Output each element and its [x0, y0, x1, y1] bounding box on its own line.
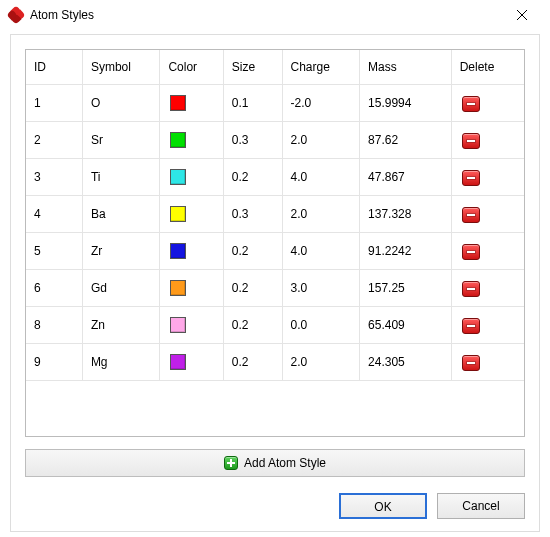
cell-size[interactable]: 0.2 [223, 158, 282, 195]
cell-color[interactable] [160, 195, 223, 232]
cell-id[interactable]: 3 [26, 158, 82, 195]
cell-symbol[interactable]: Sr [82, 121, 160, 158]
table-row[interactable]: 8Zn0.20.065.409 [26, 306, 524, 343]
cell-size[interactable]: 0.2 [223, 232, 282, 269]
cell-delete[interactable] [451, 158, 524, 195]
cell-mass[interactable]: 91.2242 [360, 232, 452, 269]
delete-row-button[interactable] [462, 96, 480, 112]
cell-mass[interactable]: 137.328 [360, 195, 452, 232]
atom-style-table: ID Symbol Color Size Charge Mass Delete … [26, 50, 524, 430]
cell-charge[interactable]: 2.0 [282, 343, 360, 380]
cell-id[interactable]: 6 [26, 269, 82, 306]
cell-id[interactable]: 8 [26, 306, 82, 343]
color-swatch[interactable] [170, 243, 186, 259]
atom-style-table-container: ID Symbol Color Size Charge Mass Delete … [25, 49, 525, 437]
cell-symbol[interactable]: Mg [82, 343, 160, 380]
dialog-frame: ID Symbol Color Size Charge Mass Delete … [10, 34, 540, 532]
color-swatch[interactable] [170, 132, 186, 148]
table-header-row: ID Symbol Color Size Charge Mass Delete [26, 50, 524, 84]
cell-mass[interactable]: 87.62 [360, 121, 452, 158]
cell-size[interactable]: 0.3 [223, 121, 282, 158]
cell-charge[interactable]: 2.0 [282, 121, 360, 158]
cell-id[interactable]: 2 [26, 121, 82, 158]
cell-delete[interactable] [451, 343, 524, 380]
table-blank-row [26, 380, 524, 430]
delete-row-button[interactable] [462, 170, 480, 186]
color-swatch[interactable] [170, 354, 186, 370]
cell-size[interactable]: 0.2 [223, 269, 282, 306]
cell-symbol[interactable]: Zn [82, 306, 160, 343]
cell-charge[interactable]: 2.0 [282, 195, 360, 232]
cell-color[interactable] [160, 269, 223, 306]
cell-color[interactable] [160, 121, 223, 158]
delete-row-button[interactable] [462, 244, 480, 260]
cell-size[interactable]: 0.1 [223, 84, 282, 121]
header-color[interactable]: Color [160, 50, 223, 84]
table-row[interactable]: 2Sr0.32.087.62 [26, 121, 524, 158]
cell-size[interactable]: 0.2 [223, 343, 282, 380]
header-delete[interactable]: Delete [451, 50, 524, 84]
cell-id[interactable]: 1 [26, 84, 82, 121]
table-row[interactable]: 1O0.1-2.015.9994 [26, 84, 524, 121]
cell-charge[interactable]: 4.0 [282, 232, 360, 269]
close-button[interactable] [502, 1, 542, 29]
cell-size[interactable]: 0.3 [223, 195, 282, 232]
plus-icon [224, 456, 238, 470]
cell-mass[interactable]: 65.409 [360, 306, 452, 343]
cell-delete[interactable] [451, 306, 524, 343]
cell-delete[interactable] [451, 269, 524, 306]
header-charge[interactable]: Charge [282, 50, 360, 84]
color-swatch[interactable] [170, 206, 186, 222]
table-row[interactable]: 4Ba0.32.0137.328 [26, 195, 524, 232]
cell-color[interactable] [160, 343, 223, 380]
delete-row-button[interactable] [462, 281, 480, 297]
color-swatch[interactable] [170, 169, 186, 185]
cell-color[interactable] [160, 158, 223, 195]
delete-row-button[interactable] [462, 355, 480, 371]
cell-charge[interactable]: 4.0 [282, 158, 360, 195]
cell-symbol[interactable]: Zr [82, 232, 160, 269]
header-id[interactable]: ID [26, 50, 82, 84]
table-row[interactable]: 5Zr0.24.091.2242 [26, 232, 524, 269]
cell-color[interactable] [160, 84, 223, 121]
table-row[interactable]: 9Mg0.22.024.305 [26, 343, 524, 380]
cell-id[interactable]: 4 [26, 195, 82, 232]
cell-delete[interactable] [451, 84, 524, 121]
cell-delete[interactable] [451, 232, 524, 269]
cell-delete[interactable] [451, 121, 524, 158]
cell-symbol[interactable]: Ti [82, 158, 160, 195]
cell-color[interactable] [160, 306, 223, 343]
cell-mass[interactable]: 24.305 [360, 343, 452, 380]
cell-size[interactable]: 0.2 [223, 306, 282, 343]
header-mass[interactable]: Mass [360, 50, 452, 84]
delete-row-button[interactable] [462, 133, 480, 149]
color-swatch[interactable] [170, 280, 186, 296]
cell-symbol[interactable]: O [82, 84, 160, 121]
cell-delete[interactable] [451, 195, 524, 232]
delete-row-button[interactable] [462, 207, 480, 223]
color-swatch[interactable] [170, 95, 186, 111]
close-icon [517, 10, 527, 20]
cell-symbol[interactable]: Gd [82, 269, 160, 306]
cell-symbol[interactable]: Ba [82, 195, 160, 232]
header-size[interactable]: Size [223, 50, 282, 84]
header-symbol[interactable]: Symbol [82, 50, 160, 84]
minus-icon [467, 214, 475, 216]
cell-color[interactable] [160, 232, 223, 269]
cell-charge[interactable]: 0.0 [282, 306, 360, 343]
cell-mass[interactable]: 15.9994 [360, 84, 452, 121]
cell-mass[interactable]: 157.25 [360, 269, 452, 306]
table-row[interactable]: 6Gd0.23.0157.25 [26, 269, 524, 306]
table-row[interactable]: 3Ti0.24.047.867 [26, 158, 524, 195]
window-title: Atom Styles [30, 8, 94, 22]
cell-id[interactable]: 9 [26, 343, 82, 380]
cell-charge[interactable]: -2.0 [282, 84, 360, 121]
cell-id[interactable]: 5 [26, 232, 82, 269]
ok-button[interactable]: OK [339, 493, 427, 519]
color-swatch[interactable] [170, 317, 186, 333]
cell-charge[interactable]: 3.0 [282, 269, 360, 306]
delete-row-button[interactable] [462, 318, 480, 334]
cell-mass[interactable]: 47.867 [360, 158, 452, 195]
add-atom-style-button[interactable]: Add Atom Style [25, 449, 525, 477]
cancel-button[interactable]: Cancel [437, 493, 525, 519]
